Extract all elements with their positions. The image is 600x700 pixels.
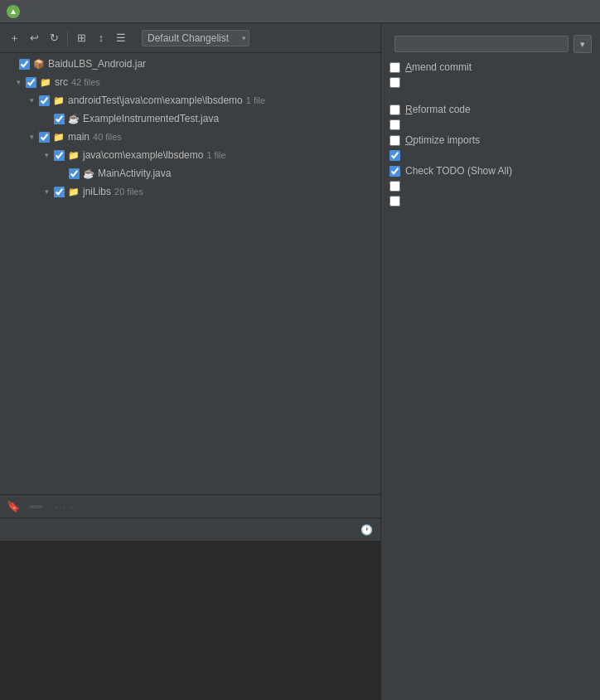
option-row-copyright xyxy=(390,196,592,207)
tree-arrow-jar xyxy=(7,59,17,69)
tree-arrow-javacom: ▾ xyxy=(41,150,51,160)
tree-checkbox-exampletest[interactable] xyxy=(54,114,65,124)
tree-count-jnilibs: 20 files xyxy=(114,187,143,197)
tree-item-src[interactable]: ▾ 📁 src 42 files xyxy=(0,73,380,91)
tree-checkbox-jar[interactable] xyxy=(19,59,30,70)
tree-count-androidtest: 1 file xyxy=(246,95,265,105)
right-panel: ▾ Amend commit Reformat code xyxy=(381,23,600,700)
tree-label-exampletest: ExampleInstrumentedTest.java xyxy=(83,113,219,124)
option-row-amend: Amend commit xyxy=(390,61,592,73)
close-button[interactable] xyxy=(583,10,593,13)
changelist-wrapper[interactable]: Default Changelist ▾ xyxy=(138,30,249,46)
copyright-checkbox[interactable] xyxy=(390,196,400,207)
toolbar-separator-1 xyxy=(67,31,68,46)
tree-label-javacom: java\com\example\lbsdemo xyxy=(83,149,203,161)
optimize-checkbox[interactable] xyxy=(390,135,400,146)
collapse-button[interactable]: ☰ xyxy=(112,29,130,47)
tree-arrow-exampletest xyxy=(41,114,51,124)
tree-item-jar[interactable]: 📦 BaiduLBS_Android.jar xyxy=(0,55,380,73)
reformat-label[interactable]: Reformat code xyxy=(405,104,471,115)
tree-arrow-jnilibs: ▾ xyxy=(41,187,51,197)
tree-checkbox-src[interactable] xyxy=(26,77,36,88)
commit-message-header: 🕐 xyxy=(0,518,380,542)
tree-checkbox-main[interactable] xyxy=(39,132,50,143)
option-row-cleanup xyxy=(390,181,592,192)
tree-checkbox-mainactivity[interactable] xyxy=(69,168,80,179)
folder-icon-src: 📁 xyxy=(39,75,52,89)
tree-item-javacom[interactable]: ▾ 📁 java\com\example\lbsdemo 1 file xyxy=(0,146,380,164)
left-panel: ＋ ↩ ↻ ⊞ ↕ ☰ Default Changelist ▾ xyxy=(0,23,381,700)
amend-label[interactable]: Amend commit xyxy=(405,61,472,73)
toolbar: ＋ ↩ ↻ ⊞ ↕ ☰ Default Changelist ▾ xyxy=(0,23,380,53)
commit-message-history-button[interactable]: 🕐 xyxy=(359,523,374,537)
checktodo-label[interactable]: Check TODO (Show All) xyxy=(405,165,512,177)
status-bar: 🔖 · · · xyxy=(0,494,380,518)
checktodo-checkbox[interactable] xyxy=(390,166,400,177)
add-button[interactable]: ＋ xyxy=(5,29,23,47)
tree-checkbox-javacom[interactable] xyxy=(54,150,65,161)
tree-checkbox-androidtest[interactable] xyxy=(39,95,50,106)
commit-message-header-right: 🕐 xyxy=(359,523,374,537)
tree-label-jar: BaiduLBS_Android.jar xyxy=(48,58,146,70)
folder-icon-jnilibs: 📁 xyxy=(67,185,80,198)
refresh-button[interactable]: ↻ xyxy=(45,29,63,47)
group-button[interactable]: ⊞ xyxy=(72,29,90,47)
tree-count-src: 42 files xyxy=(71,77,100,87)
option-row-rearrange xyxy=(390,119,592,130)
tree-arrow-androidtest: ▾ xyxy=(27,95,36,105)
commit-message-section: 🕐 xyxy=(0,518,380,700)
rearrange-checkbox[interactable] xyxy=(390,119,400,130)
tree-label-jnilibs: jniLibs xyxy=(83,186,111,197)
status-dots: · · · xyxy=(56,501,74,513)
cleanup-checkbox[interactable] xyxy=(390,181,400,192)
undo-button[interactable]: ↩ xyxy=(25,29,43,47)
tree-arrow-main: ▾ xyxy=(27,132,36,142)
tree-item-androidtest[interactable]: ▾ 📁 androidTest\java\com\example\lbsdemo… xyxy=(0,91,380,109)
option-row-checktodo: Check TODO (Show All) xyxy=(390,165,592,177)
branch-name xyxy=(29,505,42,508)
tree-label-mainactivity: MainActivity.java xyxy=(98,168,171,179)
option-row-signoff xyxy=(390,77,592,88)
analysis-checkbox[interactable] xyxy=(390,150,400,161)
app-icon: ▲ xyxy=(7,5,20,18)
tree-label-androidtest: androidTest\java\com\example\lbsdemo xyxy=(68,95,243,106)
tree-item-main[interactable]: ▾ 📁 main 40 files xyxy=(0,128,380,146)
java-icon-mainactivity: ☕ xyxy=(82,167,95,180)
jar-icon: 📦 xyxy=(32,57,46,70)
option-row-optimize: Optimize imports xyxy=(390,134,592,146)
tree-count-javacom: 1 file xyxy=(206,150,225,160)
option-row-reformat: Reformat code xyxy=(390,104,592,115)
changelist-select[interactable]: Default Changelist xyxy=(142,30,249,46)
tree-item-jnilibs[interactable]: ▾ 📁 jniLibs 20 files xyxy=(0,182,380,201)
tree-item-exampletest[interactable]: ☕ ExampleInstrumentedTest.java xyxy=(0,109,380,128)
author-dropdown-button[interactable]: ▾ xyxy=(573,35,592,53)
folder-icon-javacom: 📁 xyxy=(67,148,80,162)
folder-icon-androidtest: 📁 xyxy=(52,94,65,107)
tree-checkbox-jnilibs[interactable] xyxy=(54,187,65,197)
expand-button[interactable]: ↕ xyxy=(92,29,110,47)
reformat-checkbox[interactable] xyxy=(390,105,400,115)
amend-checkbox[interactable] xyxy=(390,62,400,73)
author-input[interactable] xyxy=(394,36,569,52)
file-tree: 📦 BaiduLBS_Android.jar ▾ 📁 src 42 files … xyxy=(0,53,380,494)
tree-label-main: main xyxy=(68,131,90,143)
option-row-analysis xyxy=(390,150,592,161)
folder-icon-main: 📁 xyxy=(52,130,65,143)
signoff-checkbox[interactable] xyxy=(390,77,400,88)
tree-arrow-mainactivity xyxy=(56,168,66,178)
bookmark-icon: 🔖 xyxy=(7,500,20,513)
tree-arrow-src: ▾ xyxy=(13,77,23,87)
tree-item-mainactivity[interactable]: ☕ MainActivity.java xyxy=(0,164,380,182)
author-row: ▾ xyxy=(390,35,592,53)
optimize-label[interactable]: Optimize imports xyxy=(405,134,480,146)
title-bar: ▲ xyxy=(0,0,600,23)
main-container: ＋ ↩ ↻ ⊞ ↕ ☰ Default Changelist ▾ xyxy=(0,23,600,700)
tree-label-src: src xyxy=(55,76,68,88)
java-icon-exampletest: ☕ xyxy=(67,112,80,125)
commit-message-input[interactable] xyxy=(0,542,380,700)
tree-count-main: 40 files xyxy=(93,132,122,142)
